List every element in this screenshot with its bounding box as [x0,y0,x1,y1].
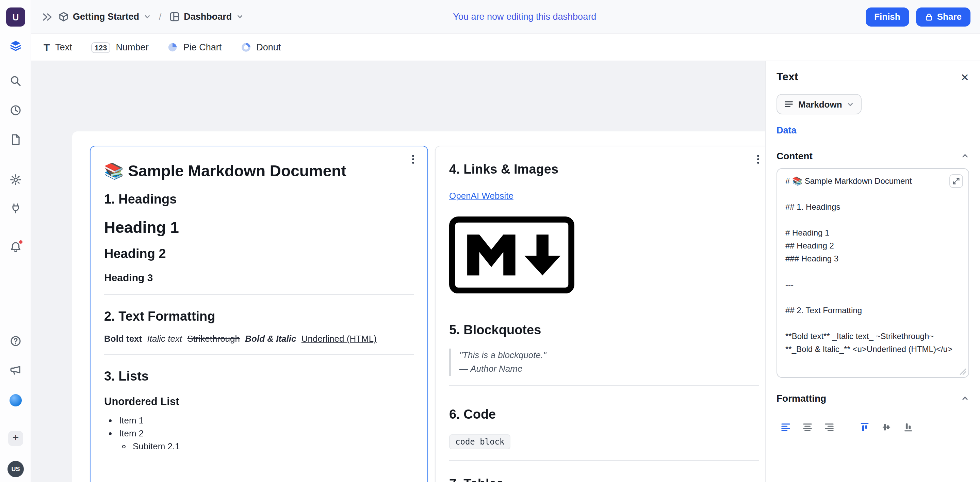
section-headings: 1. Headings [104,191,414,208]
expand-sidebar-chevrons-icon[interactable] [41,11,53,23]
breadcrumb-separator: / [159,11,161,22]
divider [449,460,759,461]
list-item: Subitem 2.1 [133,440,414,453]
finish-button[interactable]: Finish [865,7,909,26]
history-clock-icon[interactable] [10,104,22,116]
add-donut-widget[interactable]: Donut [240,42,281,52]
section-blockquotes: 5. Blockquotes [449,322,759,339]
pie-chart-icon [168,42,178,52]
search-icon[interactable] [10,75,22,87]
section-text-formatting: 2. Text Formatting [104,308,414,325]
align-left-icon[interactable] [776,419,794,435]
card-menu-kebab-icon[interactable] [752,153,764,165]
dashboard-board: 📚 Sample Markdown Document 1. Headings H… [72,131,788,482]
breadcrumb-dashboard[interactable]: Dashboard [169,11,243,22]
lock-icon [925,13,933,21]
doc-title: 📚 Sample Markdown Document [104,161,414,182]
chevron-down-icon [847,100,854,108]
list-item: Item 2 Subitem 2.1 [119,427,414,453]
top-header: Getting Started / Dashboard You are now … [31,0,980,34]
formatting-sample-line: Bold text Italic text Strikethrough Bold… [104,333,414,346]
align-right-icon[interactable] [820,419,838,435]
chevron-up-icon [961,152,969,160]
valign-top-icon[interactable] [856,419,873,435]
unordered-list-title: Unordered List [104,395,414,409]
content-type-selector[interactable]: Markdown [776,94,862,115]
donut-chart-icon [240,42,251,52]
dashboard-editor-app: U + US [0,0,980,482]
section-tables: 7. Tables [449,476,759,482]
chevron-down-icon [236,13,243,21]
collection-cube-icon [59,11,69,22]
share-button[interactable]: Share [916,7,970,26]
code-block: code block [449,434,511,449]
tab-data[interactable]: Data [776,125,797,135]
announcements-megaphone-icon[interactable] [10,364,22,377]
document-icon[interactable] [10,134,22,146]
notifications-bell-icon[interactable] [10,241,22,253]
ordered-list-title: Ordered List [104,480,414,482]
markdown-card-2[interactable]: 4. Links & Images OpenAI Website 5. Bloc… [435,146,773,482]
settings-gear-icon[interactable] [10,173,22,186]
align-center-icon[interactable] [798,419,816,435]
content-section-header[interactable]: Content [776,150,969,161]
valign-middle-icon[interactable] [877,419,895,435]
divider [449,385,759,386]
widget-toolbar: T Text 123 Number Pie Chart Donut [31,34,980,61]
text-tool-icon: T [43,41,50,53]
text-settings-panel: Text ✕ Markdown Data Content # 📚 Sample … [765,61,980,482]
blockquote: "This is a blockquote." — Author Name [449,348,759,376]
chevron-up-icon [961,394,969,402]
divider [104,294,414,294]
list-item: Item 1 [119,414,414,427]
add-pie-chart-widget[interactable]: Pie Chart [168,42,222,52]
card-menu-kebab-icon[interactable] [407,153,419,165]
layers-icon[interactable] [10,40,22,52]
plug-connections-icon[interactable] [10,202,22,215]
expand-editor-button[interactable] [950,174,963,188]
alignment-controls [776,419,969,435]
workspace-app-icon[interactable] [10,394,22,406]
number-123-icon: 123 [91,42,111,53]
formatting-section-header[interactable]: Formatting [776,393,969,404]
add-number-widget[interactable]: 123 Number [91,42,149,53]
section-code: 6. Code [449,406,759,423]
dashboard-grid-icon [169,11,180,22]
divider [104,354,414,355]
resize-handle-icon[interactable] [959,368,966,375]
breadcrumb-collection[interactable]: Getting Started [59,11,151,22]
add-new-button[interactable]: + [8,431,23,446]
close-icon[interactable]: ✕ [961,72,969,82]
editing-status-banner: You are now editing this dashboard [453,11,596,22]
heading-1: Heading 1 [104,218,414,238]
markdown-card-1[interactable]: 📚 Sample Markdown Document 1. Headings H… [90,146,428,482]
notification-dot [18,240,23,244]
panel-title: Text [776,71,798,83]
left-sidebar: U + US [0,0,31,482]
user-avatar[interactable]: US [8,461,24,477]
chevron-down-icon [143,13,151,21]
markdown-editor-textarea[interactable]: # 📚 Sample Markdown Document ## 1. Headi… [776,168,969,378]
app-logo[interactable]: U [6,8,25,27]
add-text-widget[interactable]: T Text [43,41,72,53]
heading-2: Heading 2 [104,246,414,263]
openai-website-link[interactable]: OpenAI Website [449,190,514,200]
valign-bottom-icon[interactable] [899,419,917,435]
unordered-list: Item 1 Item 2 Subitem 2.1 [104,414,414,453]
section-lists: 3. Lists [104,368,414,385]
markdown-lines-icon [784,99,794,109]
section-links-images: 4. Links & Images [449,161,759,178]
heading-3: Heading 3 [104,271,414,284]
markdown-logo-image [449,216,574,296]
help-icon[interactable] [10,335,22,347]
